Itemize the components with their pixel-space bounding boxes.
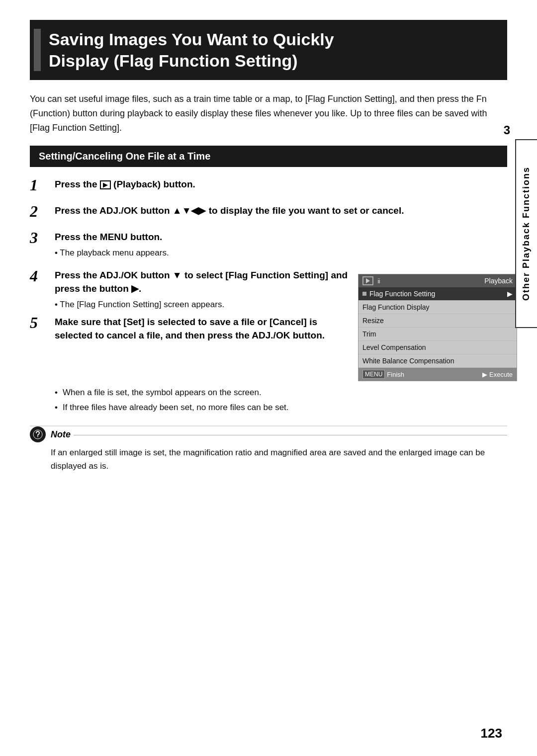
sidebar-tab-label: Other Playback Functions xyxy=(521,167,532,301)
step-1-content: Press the ▶ (Playback) button. xyxy=(55,178,507,191)
screenshot-menu-item-1: Flag Function Display xyxy=(358,301,517,314)
step-3-number: 3 xyxy=(30,229,55,247)
svg-point-1 xyxy=(37,436,38,437)
menu-arrow-0: ▶ xyxy=(507,290,513,298)
playback-icon-step1: ▶ xyxy=(100,180,111,189)
note-icon xyxy=(30,426,46,442)
bullet-2: If three files have already been set, no… xyxy=(55,401,507,414)
step-5-bullets: When a file is set, the symbol appears o… xyxy=(55,386,507,414)
execute-arrow: ▶ xyxy=(482,371,487,378)
sidebar-label-text: Other Playback Functions xyxy=(521,167,531,301)
footer-execute-label: Execute xyxy=(489,371,513,378)
step-4-row: 4 Press the ADJ./OK button ▼ to select [… xyxy=(30,269,507,381)
step-1-text: Press the ▶ (Playback) button. xyxy=(55,178,507,191)
menu-dot-0 xyxy=(362,292,366,296)
screenshot-menu-item-3: Trim xyxy=(358,328,517,341)
screenshot-title: Playback xyxy=(484,277,513,285)
header-play-icon xyxy=(362,276,373,285)
note-header: Note xyxy=(30,426,507,442)
note-section: Note If an enlarged still image is set, … xyxy=(30,425,507,473)
screenshot-menu-item-0: Flag Function Setting ▶ xyxy=(358,287,517,301)
step-1-number: 1 xyxy=(30,176,55,194)
footer-left-group: MENU Finish xyxy=(362,370,404,379)
menu-item-label-0: Flag Function Setting xyxy=(369,290,435,298)
menu-item-label-2: Resize xyxy=(362,317,384,325)
title-line2: Display (Flag Function Setting) xyxy=(49,51,298,70)
step-5-text: Make sure that [Set] is selected to save… xyxy=(55,316,348,342)
menu-item-label-1: Flag Function Display xyxy=(362,303,430,311)
play-triangle xyxy=(366,278,370,283)
page-title: Saving Images You Want to Quickly Displa… xyxy=(49,29,334,71)
screenshot-icon2: ⅱ xyxy=(377,277,380,285)
steps-container: 1 Press the ▶ (Playback) button. 2 Press… xyxy=(30,178,507,414)
screenshot-footer: MENU Finish ▶ Execute xyxy=(358,368,517,381)
step-4-text: Press the ADJ./OK button ▼ to select [Fl… xyxy=(55,269,348,295)
step-4-sub: • The [Flag Function Setting] screen app… xyxy=(55,298,348,311)
footer-right-group: ▶ Execute xyxy=(482,371,513,378)
section-heading: Setting/Canceling One File at a Time xyxy=(30,146,507,167)
step-2-text: Press the ADJ./OK button ▲▼◀▶ to display… xyxy=(55,204,507,218)
menu-item-label-4: Level Compensation xyxy=(362,343,426,351)
step-3: 3 Press the MENU button. • The playback … xyxy=(30,231,507,259)
bullet-1: When a file is set, the symbol appears o… xyxy=(55,386,507,399)
step-4-content: Press the ADJ./OK button ▼ to select [Fl… xyxy=(55,269,348,311)
step-2-number: 2 xyxy=(30,202,55,221)
screenshot-menu-item-2: Resize xyxy=(358,314,517,328)
title-line1: Saving Images You Want to Quickly xyxy=(49,30,334,49)
note-title-row: Note xyxy=(51,429,507,440)
step-4-block: 4 Press the ADJ./OK button ▼ to select [… xyxy=(30,269,348,311)
title-accent-bar xyxy=(34,29,41,71)
step-2: 2 Press the ADJ./OK button ▲▼◀▶ to displ… xyxy=(30,204,507,221)
sidebar-tab: Other Playback Functions xyxy=(515,139,537,328)
step-4-left: 4 Press the ADJ./OK button ▼ to select [… xyxy=(30,269,348,381)
menu-btn: MENU xyxy=(362,370,385,379)
sidebar-number: 3 xyxy=(504,123,510,137)
note-body: If an enlarged still image is set, the m… xyxy=(51,446,507,473)
screenshot-col: ⅱ Playback Flag Function Setting ▶ Flag … xyxy=(358,269,507,381)
step-3-text: Press the MENU button. xyxy=(55,231,507,244)
step-1: 1 Press the ▶ (Playback) button. xyxy=(30,178,507,194)
intro-paragraph: You can set useful image files, such as … xyxy=(30,92,487,135)
screenshot-header: ⅱ Playback xyxy=(358,274,517,287)
note-title: Note xyxy=(51,429,71,440)
page-container: Saving Images You Want to Quickly Displa… xyxy=(0,0,537,756)
step-5-content: Make sure that [Set] is selected to save… xyxy=(55,316,348,342)
title-box: Saving Images You Want to Quickly Displa… xyxy=(30,20,507,80)
step-2-content: Press the ADJ./OK button ▲▼◀▶ to display… xyxy=(55,204,507,218)
step-3-content: Press the MENU button. • The playback me… xyxy=(55,231,507,259)
step-4-number: 4 xyxy=(30,267,55,285)
note-dashes xyxy=(74,435,507,435)
note-svg-icon xyxy=(33,429,43,439)
footer-finish-label: Finish xyxy=(387,371,404,378)
screenshot-menu-item-4: Level Compensation xyxy=(358,341,517,354)
screenshot: ⅱ Playback Flag Function Setting ▶ Flag … xyxy=(358,274,517,381)
menu-item-label-5: White Balance Compensation xyxy=(362,357,454,365)
screenshot-header-icons: ⅱ xyxy=(362,276,380,285)
menu-item-label-3: Trim xyxy=(362,330,376,338)
step-5-number: 5 xyxy=(30,314,55,332)
step-3-sub: • The playback menu appears. xyxy=(55,247,507,259)
step-5-block: 5 Make sure that [Set] is selected to sa… xyxy=(30,316,348,342)
page-number: 123 xyxy=(481,726,502,741)
screenshot-menu-item-5: White Balance Compensation xyxy=(358,354,517,368)
